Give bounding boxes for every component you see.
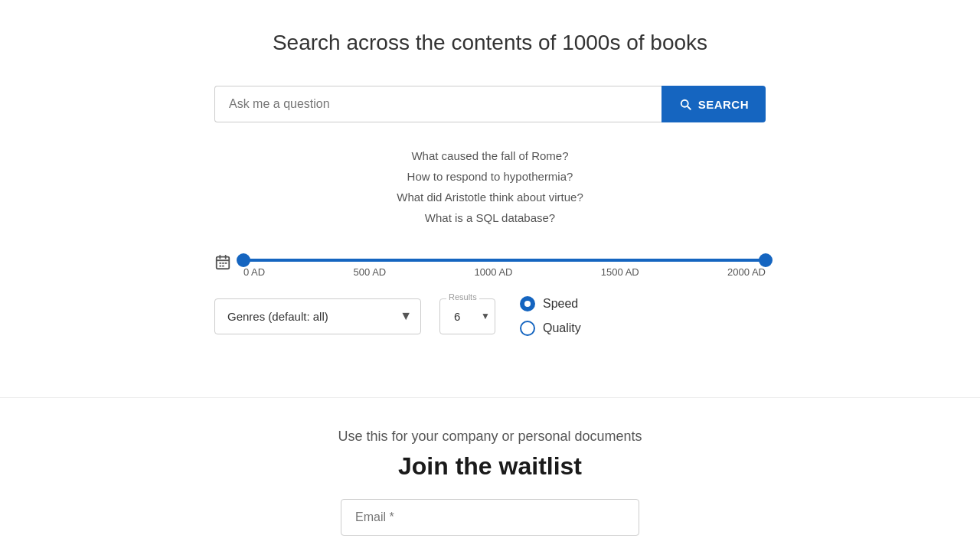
genre-select[interactable]: Genres (default: all) History Science Ph… [214, 298, 421, 334]
waitlist-title: Join the waitlist [398, 452, 582, 481]
results-select[interactable]: 3 6 9 12 [446, 302, 488, 331]
use-case-text: Use this for your company or personal do… [338, 429, 642, 445]
controls-row: Genres (default: all) History Science Ph… [214, 296, 766, 336]
mode-radio-group: Speed Quality [520, 296, 581, 336]
bottom-section: Use this for your company or personal do… [0, 429, 980, 551]
range-label-2: 1000 AD [475, 266, 513, 278]
slider-thumb-right[interactable] [759, 253, 773, 267]
range-labels: 0 AD 500 AD 1000 AD 1500 AD 2000 AD [243, 266, 766, 278]
example-q4[interactable]: What is a SQL database? [397, 207, 583, 228]
mode-speed-option[interactable]: Speed [520, 296, 581, 311]
page-headline: Search across the contents of 1000s of b… [273, 31, 707, 55]
svg-rect-1 [219, 262, 221, 264]
example-q3[interactable]: What did Aristotle think about virtue? [397, 187, 583, 207]
search-icon [678, 97, 692, 111]
search-row: SEARCH [214, 86, 766, 122]
range-label-1: 500 AD [354, 266, 387, 278]
email-input-wrapper [341, 499, 639, 536]
section-divider [0, 397, 980, 398]
example-q2[interactable]: How to respond to hypothermia? [397, 166, 583, 187]
results-label: Results [446, 292, 479, 302]
slider-track [243, 259, 766, 262]
search-button[interactable]: SEARCH [662, 86, 766, 122]
date-range-row: 0 AD 500 AD 1000 AD 1500 AD 2000 AD [214, 251, 766, 278]
example-questions: What caused the fall of Rome? How to res… [397, 145, 583, 228]
genre-select-wrapper: Genres (default: all) History Science Ph… [214, 298, 421, 334]
svg-rect-3 [225, 262, 227, 264]
search-button-label: SEARCH [698, 98, 749, 111]
email-input[interactable] [341, 499, 639, 536]
speed-label: Speed [543, 297, 578, 311]
calendar-icon [214, 254, 231, 275]
range-label-3: 1500 AD [601, 266, 639, 278]
svg-rect-2 [222, 262, 224, 264]
quality-label: Quality [543, 321, 581, 335]
svg-rect-4 [219, 266, 221, 267]
range-label-0: 0 AD [243, 266, 265, 278]
range-label-4: 2000 AD [727, 266, 766, 278]
speed-radio-circle[interactable] [520, 296, 535, 311]
svg-rect-5 [222, 266, 224, 267]
example-q1[interactable]: What caused the fall of Rome? [397, 145, 583, 166]
slider-thumb-left[interactable] [237, 253, 250, 267]
search-input[interactable] [214, 86, 662, 122]
quality-radio-circle[interactable] [520, 321, 535, 336]
page-container: Search across the contents of 1000s of b… [0, 0, 980, 551]
results-select-wrapper: Results 3 6 9 12 ▼ [439, 298, 495, 334]
filter-section: 0 AD 500 AD 1000 AD 1500 AD 2000 AD Genr… [214, 251, 766, 336]
mode-quality-option[interactable]: Quality [520, 321, 581, 336]
date-range-slider[interactable]: 0 AD 500 AD 1000 AD 1500 AD 2000 AD [243, 251, 766, 278]
